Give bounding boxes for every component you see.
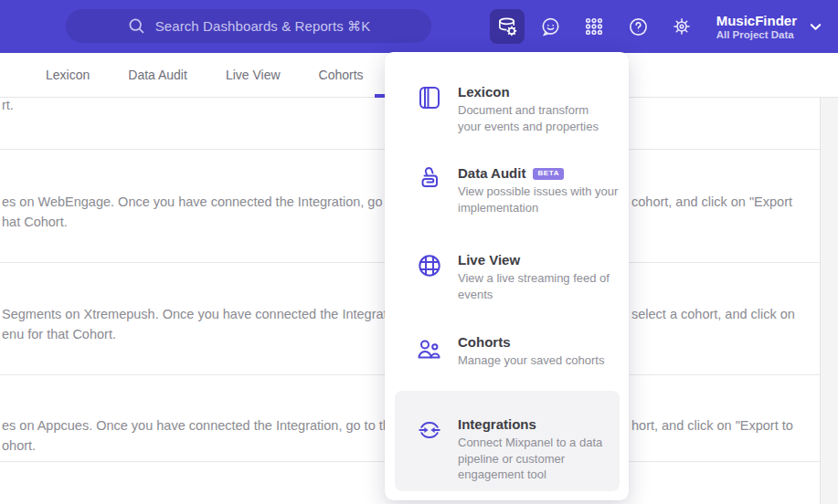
grid-dots-icon — [583, 16, 605, 37]
cohorts-people-icon — [416, 334, 443, 362]
search-icon — [127, 16, 146, 36]
question-circle-icon — [628, 16, 649, 37]
chevron-down-icon — [810, 23, 822, 31]
tab-data-audit[interactable]: Data Audit — [128, 68, 187, 82]
data-management-button[interactable] — [490, 9, 525, 44]
gear-icon — [671, 16, 693, 37]
menu-item-integrations[interactable]: Integrations Connect Mixpanel to a data … — [416, 416, 619, 483]
project-switcher[interactable]: MusicFinder All Project Data — [716, 8, 822, 45]
menu-item-cohorts[interactable]: Cohorts Manage your saved cohorts — [416, 334, 619, 369]
menu-item-desc: View possible issues with your implement… — [458, 184, 618, 215]
bg-row2-line1: Segments on Xtremepush. Once you have co… — [2, 304, 385, 324]
project-scope: All Project Data — [716, 28, 797, 41]
menu-item-title: Live View — [458, 252, 520, 268]
search-placeholder-text: Search Dashboards & Reports ⌘K — [155, 18, 371, 35]
data-management-dropdown: Lexicon Document and transform your even… — [385, 52, 629, 500]
menu-item-title: Integrations — [458, 416, 536, 433]
project-name: MusicFinder — [716, 13, 797, 28]
menu-item-title: Cohorts — [458, 334, 511, 351]
settings-button[interactable] — [664, 9, 699, 44]
feedback-button[interactable] — [533, 9, 568, 44]
bg-row2-line2: enu for that Cohort. — [2, 324, 385, 344]
menu-item-title: Data Audit — [458, 165, 525, 182]
bg-row2-right: select a cohort, and click on — [631, 304, 795, 324]
smiley-chat-icon — [540, 16, 561, 37]
bg-row1-line2: hat Cohort. — [2, 212, 385, 232]
menu-item-data-audit[interactable]: Data Audit BETA View possible issues wit… — [416, 165, 619, 215]
menu-item-desc: Manage your saved cohorts — [458, 352, 604, 369]
tab-live-view[interactable]: Live View — [226, 68, 281, 82]
menu-item-desc: View a live streaming feed of events — [458, 270, 610, 302]
beta-badge: BETA — [533, 168, 564, 180]
top-header: Search Dashboards & Reports ⌘K — [0, 0, 838, 53]
bg-row3-line2: ohort. — [2, 436, 385, 456]
bg-row0-text: rt. — [2, 95, 385, 115]
bg-row1-right: cohort, and click on "Export — [631, 192, 792, 212]
tab-cohorts[interactable]: Cohorts — [319, 68, 364, 82]
apps-grid-button[interactable] — [577, 9, 611, 44]
lexicon-book-icon — [416, 84, 443, 111]
tab-lexicon[interactable]: Lexicon — [46, 68, 90, 82]
bg-row3-right: hort, and click on "Export to — [631, 415, 793, 436]
page-gutter — [820, 98, 838, 504]
menu-item-title: Lexicon — [458, 84, 510, 100]
live-view-globe-icon — [416, 252, 443, 279]
bg-row3-line1: es on Appcues. Once you have connected t… — [2, 415, 385, 436]
active-tab-indicator — [375, 94, 385, 98]
help-button[interactable] — [621, 9, 655, 44]
database-gear-icon — [496, 16, 519, 38]
menu-item-desc: Connect Mixpanel to a data pipeline or c… — [458, 435, 602, 483]
menu-item-lexicon[interactable]: Lexicon Document and transform your even… — [416, 84, 619, 134]
global-search[interactable]: Search Dashboards & Reports ⌘K — [66, 9, 431, 43]
data-audit-lock-icon — [416, 165, 443, 193]
menu-item-live-view[interactable]: Live View View a live streaming feed of … — [416, 252, 619, 302]
integrations-sync-icon — [416, 416, 443, 444]
menu-item-desc: Document and transform your events and p… — [458, 102, 599, 134]
bg-row1-line1: es on WebEngage. Once you have connected… — [2, 192, 385, 212]
